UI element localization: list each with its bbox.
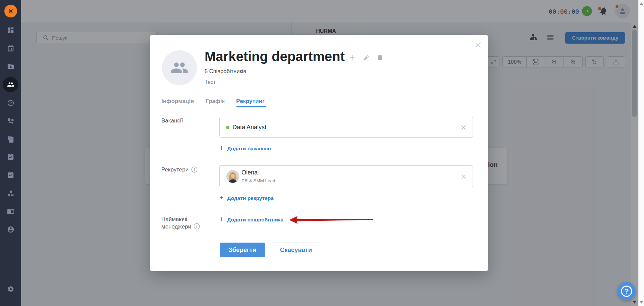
vacancy-status-dot bbox=[226, 126, 229, 129]
tab-schedule[interactable]: Графік bbox=[206, 98, 225, 105]
vacancy-item: Data Analyst bbox=[219, 117, 473, 138]
screen: 00:00:00 Пошук HURMA bbox=[0, 0, 644, 306]
task-check-icon bbox=[7, 153, 14, 161]
sidebar-item-performance[interactable] bbox=[0, 94, 21, 112]
sidebar-item-news[interactable] bbox=[0, 130, 21, 148]
hiring-managers-label-line2: менеджери bbox=[161, 223, 191, 230]
edit-icon[interactable] bbox=[363, 54, 370, 61]
add-recruiter-label: Додати рекрутера bbox=[227, 195, 274, 201]
gauge-icon bbox=[7, 99, 14, 107]
copy-docs-icon bbox=[7, 136, 14, 143]
vacancies-label: Вакансії bbox=[161, 117, 183, 124]
team-category: Тест bbox=[205, 79, 216, 85]
sidebar bbox=[0, 0, 21, 306]
plus-icon: + bbox=[219, 144, 223, 152]
add-vacancy-label: Додати вакансію bbox=[227, 146, 271, 152]
scroll-up-icon[interactable] bbox=[639, 2, 643, 5]
calendar-icon bbox=[7, 45, 14, 52]
sidebar-item-assets[interactable] bbox=[0, 184, 21, 202]
add-employee-link[interactable]: + Додати співробітника bbox=[219, 216, 283, 223]
tab-information[interactable]: Інформація bbox=[161, 98, 194, 105]
open-book-icon bbox=[7, 208, 14, 215]
help-button[interactable]: ? bbox=[618, 282, 636, 300]
folder-person-icon bbox=[7, 63, 14, 70]
add-recruiter-link[interactable]: + Додати рекрутера bbox=[219, 195, 274, 202]
save-button[interactable]: Зберегти bbox=[220, 243, 265, 257]
cancel-button[interactable]: Скасувати bbox=[272, 243, 320, 257]
sidebar-item-profile[interactable] bbox=[0, 220, 21, 239]
scroll-down-icon[interactable] bbox=[639, 301, 643, 304]
chart-icon bbox=[7, 171, 14, 179]
sidebar-item-knowledge[interactable] bbox=[0, 202, 21, 220]
plus-icon: + bbox=[219, 215, 223, 223]
annotation-arrow bbox=[285, 213, 379, 227]
question-mark: ? bbox=[625, 288, 629, 295]
recruiter-avatar bbox=[226, 170, 239, 183]
team-avatar-icon bbox=[170, 59, 189, 77]
team-members-count: 5 Співробітників bbox=[205, 68, 246, 74]
plus-icon: + bbox=[219, 194, 223, 202]
team-modal: Marketing department 5 Співробітників Те… bbox=[150, 35, 488, 271]
hurma-logo[interactable] bbox=[4, 5, 17, 17]
remove-recruiter-icon[interactable] bbox=[461, 174, 467, 180]
workflow-icon bbox=[7, 117, 14, 125]
sidebar-item-settings[interactable] bbox=[0, 280, 21, 298]
tabs-divider bbox=[150, 108, 488, 108]
remove-vacancy-icon[interactable] bbox=[461, 124, 467, 131]
recruiters-info-icon[interactable] bbox=[191, 166, 198, 173]
hiring-managers-label-line1: Наймаючі bbox=[161, 216, 187, 223]
team-avatar bbox=[162, 50, 197, 85]
add-vacancy-link[interactable]: + Додати вакансію bbox=[219, 145, 271, 152]
person-circle-icon bbox=[7, 226, 14, 233]
recruiter-name: Olena bbox=[241, 169, 258, 176]
hurma-logo-icon bbox=[7, 7, 15, 15]
add-employee-label: Додати співробітника bbox=[227, 217, 283, 223]
recruiter-role: PR & SMM Lead bbox=[241, 178, 275, 183]
sidebar-item-analytics[interactable] bbox=[0, 166, 21, 184]
recruiters-label: Рекрутери bbox=[161, 166, 189, 173]
active-tab-underline bbox=[236, 106, 266, 107]
add-icon[interactable] bbox=[349, 54, 356, 61]
hiring-managers-info-icon[interactable] bbox=[194, 223, 200, 230]
dashboard-icon bbox=[7, 27, 14, 34]
browser-scrollbar[interactable] bbox=[638, 0, 644, 306]
modal-title: Marketing department bbox=[205, 49, 345, 64]
people-icon bbox=[7, 81, 14, 88]
sidebar-item-calendar[interactable] bbox=[0, 39, 21, 57]
sidebar-item-tasks[interactable] bbox=[0, 148, 21, 166]
help-icon: ? bbox=[620, 285, 633, 298]
sidebar-item-teams[interactable] bbox=[0, 75, 21, 94]
recruiter-photo bbox=[226, 170, 239, 183]
close-icon[interactable] bbox=[475, 41, 482, 49]
vacancy-name: Data Analyst bbox=[232, 124, 266, 131]
sidebar-item-processes[interactable] bbox=[0, 112, 21, 130]
sidebar-item-dashboard[interactable] bbox=[0, 21, 21, 39]
gear-icon bbox=[7, 286, 14, 293]
sidebar-item-employees[interactable] bbox=[0, 57, 21, 75]
tab-recruiting[interactable]: Рекрутинг bbox=[236, 98, 265, 105]
delete-icon[interactable] bbox=[377, 54, 383, 61]
blocks-icon bbox=[7, 190, 14, 197]
recruiter-item: Olena PR & SMM Lead bbox=[219, 165, 473, 187]
